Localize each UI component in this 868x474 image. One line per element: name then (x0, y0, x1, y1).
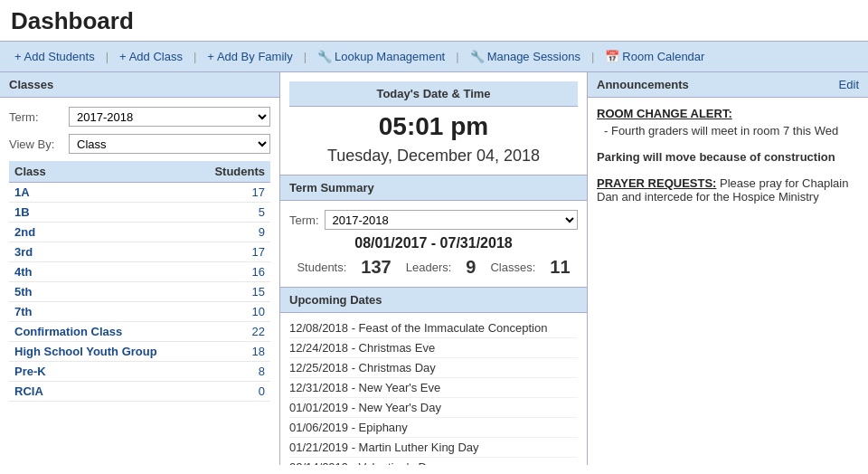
class-name-cell[interactable]: 1A (9, 183, 196, 203)
announcements-header: Announcements Edit (588, 72, 868, 98)
toolbar: + Add Students | + Add Class | + Add By … (0, 41, 868, 72)
plus-icon-3: + (207, 50, 214, 63)
student-count-cell: 9 (196, 223, 270, 242)
add-class-button[interactable]: + Add Class (114, 47, 188, 66)
announcement-plain: Parking will move because of constructio… (597, 150, 859, 164)
student-count-cell: 10 (196, 302, 270, 322)
classes-panel: Classes Term: 2017-2018 View By: Class C… (0, 72, 280, 465)
upcoming-item: 12/31/2018 - New Year's Eve (289, 378, 578, 398)
announcement-block: Parking will move because of constructio… (597, 150, 859, 164)
upcoming-item: 12/24/2018 - Christmas Eve (289, 338, 578, 358)
add-students-button[interactable]: + Add Students (9, 47, 100, 66)
students-stat-label: Students: (297, 261, 346, 274)
announcement-title: PRAYER REQUESTS: (597, 176, 716, 190)
class-name-cell[interactable]: 3rd (9, 242, 196, 262)
leaders-stat-value: 9 (466, 257, 476, 278)
upcoming-item: 02/14/2019 - Valentine's Day (289, 458, 578, 465)
wrench-icon-1: 🔧 (317, 50, 332, 63)
announcements-title: Announcements (597, 78, 689, 91)
table-row: 7th10 (9, 302, 270, 322)
manage-sessions-button[interactable]: 🔧 Manage Sessions (465, 47, 586, 66)
class-col-header: Class (9, 161, 196, 183)
classes-table: Class Students 1A171B52nd93rd174th165th1… (9, 161, 270, 402)
table-row: Confirmation Class22 (9, 322, 270, 342)
upcoming-item: 01/21/2019 - Martin Luther King Day (289, 438, 578, 458)
announcement-block: PRAYER REQUESTS: Please pray for Chaplai… (597, 176, 859, 204)
edit-link[interactable]: Edit (839, 78, 859, 91)
term-summary-select[interactable]: 2017-2018 (325, 210, 579, 230)
viewby-select[interactable]: Class (69, 134, 270, 154)
upcoming-item: 12/08/2018 - Feast of the Immaculate Con… (289, 318, 578, 338)
upcoming-header: Upcoming Dates (280, 288, 587, 313)
student-count-cell: 5 (196, 203, 270, 223)
room-calendar-button[interactable]: 📅 Room Calendar (599, 47, 710, 66)
date-display: Tuesday, December 04, 2018 (289, 147, 578, 166)
student-count-cell: 17 (196, 242, 270, 262)
lookup-management-button[interactable]: 🔧 Lookup Management (312, 47, 450, 66)
announcement-text: - Fourth graders will meet in room 7 thi… (597, 124, 859, 137)
lookup-management-label: Lookup Management (335, 50, 445, 63)
term-summary-section: Term Summary Term: 2017-2018 08/01/2017 … (280, 175, 587, 288)
students-col-header: Students (196, 161, 270, 183)
table-row: 1A17 (9, 183, 270, 203)
page-title: Dashboard (0, 0, 868, 41)
class-name-cell[interactable]: RCIA (9, 382, 196, 402)
table-row: RCIA0 (9, 382, 270, 402)
manage-sessions-label: Manage Sessions (487, 50, 580, 63)
table-row: 5th15 (9, 282, 270, 302)
students-stat-value: 137 (361, 257, 391, 278)
classes-panel-header: Classes (0, 72, 279, 98)
add-by-family-label: Add By Family (217, 50, 293, 63)
table-row: 3rd17 (9, 242, 270, 262)
table-row: 1B5 (9, 203, 270, 223)
class-name-cell[interactable]: 7th (9, 302, 196, 322)
class-name-cell[interactable]: Pre-K (9, 362, 196, 382)
table-row: High School Youth Group18 (9, 342, 270, 362)
class-name-cell[interactable]: High School Youth Group (9, 342, 196, 362)
student-count-cell: 18 (196, 342, 270, 362)
upcoming-item: 01/01/2019 - New Year's Day (289, 398, 578, 418)
term-label: Term: (9, 110, 63, 124)
table-row: 4th16 (9, 262, 270, 282)
term-summary-header: Term Summary (280, 175, 587, 201)
announcements-panel: Announcements Edit ROOM CHANGE ALERT:- F… (588, 72, 868, 465)
table-row: Pre-K8 (9, 362, 270, 382)
add-students-label: Add Students (24, 50, 95, 63)
class-name-cell[interactable]: Confirmation Class (9, 322, 196, 342)
datetime-section: Today's Date & Time 05:01 pm Tuesday, De… (280, 72, 587, 175)
term-date-range: 08/01/2017 - 07/31/2018 (289, 235, 578, 251)
class-name-cell[interactable]: 5th (9, 282, 196, 302)
student-count-cell: 0 (196, 382, 270, 402)
wrench-icon-2: 🔧 (470, 50, 485, 63)
student-count-cell: 22 (196, 322, 270, 342)
student-count-cell: 8 (196, 362, 270, 382)
datetime-header: Today's Date & Time (289, 81, 578, 107)
classes-stat-value: 11 (550, 257, 570, 278)
class-name-cell[interactable]: 4th (9, 262, 196, 282)
viewby-label: View By: (9, 137, 63, 151)
upcoming-section: Upcoming Dates 12/08/2018 - Feast of the… (280, 288, 587, 465)
student-count-cell: 17 (196, 183, 270, 203)
add-class-label: Add Class (129, 50, 183, 63)
upcoming-item: 12/25/2018 - Christmas Day (289, 358, 578, 378)
student-count-cell: 15 (196, 282, 270, 302)
term-summary-label: Term: (289, 213, 319, 227)
student-count-cell: 16 (196, 262, 270, 282)
middle-panel: Today's Date & Time 05:01 pm Tuesday, De… (280, 72, 588, 465)
add-by-family-button[interactable]: + Add By Family (202, 47, 297, 66)
room-calendar-label: Room Calendar (622, 50, 704, 63)
term-select[interactable]: 2017-2018 (69, 107, 270, 127)
class-name-cell[interactable]: 2nd (9, 223, 196, 242)
announcement-title: ROOM CHANGE ALERT: (597, 107, 732, 120)
calendar-icon: 📅 (605, 50, 619, 63)
classes-stat-label: Classes: (490, 261, 535, 274)
upcoming-item: 01/06/2019 - Epiphany (289, 418, 578, 438)
table-row: 2nd9 (9, 223, 270, 242)
time-display: 05:01 pm (289, 112, 578, 141)
plus-icon-1: + (14, 50, 22, 63)
announcement-block: ROOM CHANGE ALERT:- Fourth graders will … (597, 107, 859, 137)
upcoming-list: 12/08/2018 - Feast of the Immaculate Con… (280, 313, 587, 465)
plus-icon-2: + (119, 50, 127, 63)
leaders-stat-label: Leaders: (406, 261, 452, 274)
class-name-cell[interactable]: 1B (9, 203, 196, 223)
